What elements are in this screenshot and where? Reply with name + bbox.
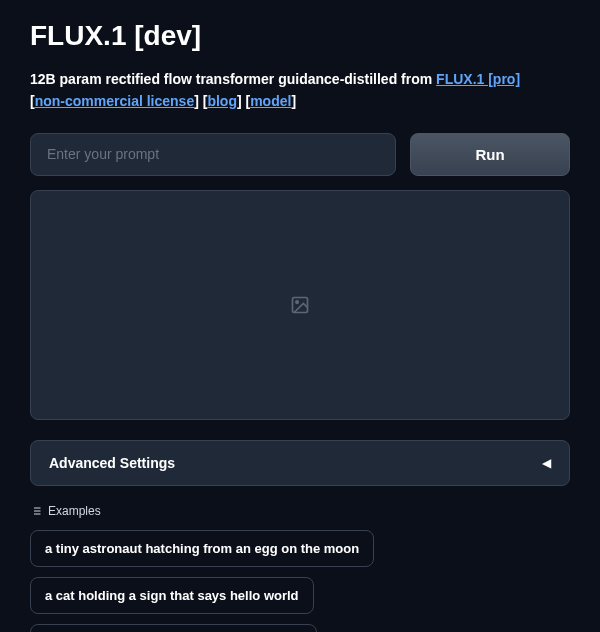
bracket: ] [ <box>237 93 250 109</box>
page-title: FLUX.1 [dev] <box>30 20 570 52</box>
link-model[interactable]: model <box>250 93 291 109</box>
input-row: Run <box>30 133 570 176</box>
examples-container: a tiny astronaut hatching from an egg on… <box>30 530 570 632</box>
description-prefix: 12B param rectified flow transformer gui… <box>30 71 436 87</box>
advanced-settings-toggle[interactable]: Advanced Settings ◀ <box>30 440 570 486</box>
svg-point-1 <box>296 301 299 304</box>
prompt-input[interactable] <box>30 133 396 176</box>
link-flux-pro[interactable]: FLUX.1 [pro] <box>436 71 520 87</box>
description: 12B param rectified flow transformer gui… <box>30 68 570 113</box>
link-blog[interactable]: blog <box>207 93 237 109</box>
link-license[interactable]: non-commercial license <box>35 93 195 109</box>
example-chip[interactable]: an anime illustration of a wiener schnit… <box>30 624 317 632</box>
examples-header: Examples <box>30 504 570 518</box>
bracket: ] [ <box>194 93 207 109</box>
list-icon <box>30 505 42 517</box>
example-chip[interactable]: a cat holding a sign that says hello wor… <box>30 577 314 614</box>
advanced-settings-label: Advanced Settings <box>49 455 175 471</box>
example-chip[interactable]: a tiny astronaut hatching from an egg on… <box>30 530 374 567</box>
examples-label: Examples <box>48 504 101 518</box>
run-button[interactable]: Run <box>410 133 570 176</box>
bracket: ] <box>291 93 296 109</box>
triangle-left-icon: ◀ <box>542 456 551 470</box>
image-icon <box>290 295 310 315</box>
image-output-placeholder <box>30 190 570 420</box>
